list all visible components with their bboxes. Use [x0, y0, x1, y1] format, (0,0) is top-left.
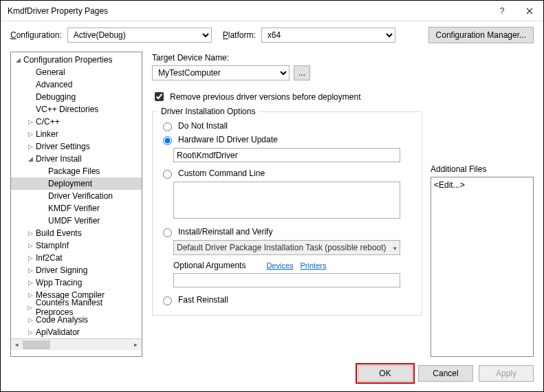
optional-args-input[interactable]	[173, 273, 400, 287]
tree-item-label: UMDF Verifier	[47, 216, 101, 226]
devices-link[interactable]: Devices	[266, 261, 293, 270]
additional-files-listbox[interactable]: <Edit...>	[431, 177, 534, 357]
scroll-right-icon[interactable]: ▸	[130, 339, 142, 351]
tree-item-build-events[interactable]: ▷Build Events	[11, 227, 142, 239]
cancel-button[interactable]: Cancel	[418, 365, 473, 382]
tree-item-linker[interactable]: ▷Linker	[11, 128, 142, 140]
tree-root-label: Configuration Properties	[22, 55, 113, 65]
driver-install-legend: Driver Installation Options	[158, 107, 258, 116]
dialog-window: KmdfDriver Property Pages ? Configuratio…	[0, 0, 544, 392]
tree-item-label: Driver Verification	[47, 191, 114, 201]
tree-item-package-files[interactable]: Package Files	[11, 165, 142, 177]
apply-button[interactable]: Apply	[479, 365, 534, 382]
tree-item-deployment[interactable]: Deployment	[11, 177, 142, 190]
tree-item-driver-settings[interactable]: ▷Driver Settings	[11, 140, 142, 153]
remove-previous-checkbox[interactable]	[155, 92, 164, 101]
arrow-right-icon: ▷	[26, 118, 34, 125]
tree: ◢ Configuration Properties GeneralAdvanc…	[11, 54, 142, 338]
radio-install-verify-label: Install/Reinstall and Verify	[178, 227, 272, 237]
browse-target-button[interactable]: ...	[294, 65, 310, 80]
tree-item-driver-install[interactable]: ◢Driver Install	[11, 153, 142, 165]
tree-item-debugging[interactable]: Debugging	[11, 91, 142, 103]
radio-hwid-label: Hardware ID Driver Update	[178, 135, 278, 144]
radio-hwid-row[interactable]: Hardware ID Driver Update	[160, 134, 415, 145]
tree-root[interactable]: ◢ Configuration Properties	[11, 54, 142, 66]
help-button[interactable]: ?	[488, 1, 516, 21]
tree-item-c-c-[interactable]: ▷C/C++	[11, 116, 142, 128]
tree-item-advanced[interactable]: Advanced	[11, 78, 142, 91]
remove-previous-label: Remove previous driver versions before d…	[170, 92, 360, 102]
tree-horizontal-scrollbar[interactable]: ◂ ▸	[11, 338, 142, 350]
hwid-input[interactable]	[173, 148, 400, 162]
arrow-right-icon: ▷	[26, 131, 34, 138]
ok-button[interactable]: OK	[358, 365, 413, 382]
tree-item-label: Advanced	[34, 80, 74, 89]
additional-files-edit[interactable]: <Edit...>	[434, 180, 465, 190]
arrow-right-icon: ▷	[26, 329, 34, 336]
radio-install-verify-row[interactable]: Install/Reinstall and Verify	[160, 226, 415, 237]
radio-do-not-install-label: Do Not Install	[178, 121, 228, 131]
radio-custom-row[interactable]: Custom Command Line	[160, 168, 415, 179]
optional-args-label: Optional Arguments	[173, 261, 246, 270]
radio-do-not-install-row[interactable]: Do Not Install	[160, 120, 415, 131]
tree-item-label: Inf2Cat	[34, 253, 64, 263]
tree-item-wpp-tracing[interactable]: ▷Wpp Tracing	[11, 276, 142, 289]
tree-item-label: Code Analysis	[34, 315, 89, 325]
radio-custom[interactable]	[163, 170, 172, 179]
tree-item-label: Linker	[34, 129, 60, 139]
tree-item-label: VC++ Directories	[34, 105, 100, 114]
install-task-select[interactable]: Default Driver Package Installation Task…	[173, 240, 400, 255]
scroll-thumb[interactable]	[23, 340, 50, 349]
arrow-right-icon: ▷	[26, 292, 34, 298]
tree-item-umdf-verifier[interactable]: UMDF Verifier	[11, 215, 142, 227]
target-device-select[interactable]: MyTestComputer	[152, 65, 290, 80]
tree-panel[interactable]: ◢ Configuration Properties GeneralAdvanc…	[10, 52, 142, 357]
arrow-right-icon: ▷	[26, 304, 34, 311]
platform-label: Platform:	[223, 30, 256, 40]
tree-item-label: KMDF Verifier	[47, 204, 101, 213]
close-icon	[526, 8, 533, 14]
tree-item-label: Driver Signing	[34, 265, 89, 275]
tree-item-kmdf-verifier[interactable]: KMDF Verifier	[11, 202, 142, 215]
radio-fast-reinstall-row[interactable]: Fast Reinstall	[160, 294, 415, 305]
scroll-left-icon[interactable]: ◂	[11, 339, 23, 351]
arrow-right-icon: ▷	[26, 254, 34, 261]
additional-files-label: Additional Files	[431, 164, 534, 174]
tree-item-label: ApiValidator	[34, 327, 81, 337]
install-task-value: Default Driver Package Installation Task…	[177, 243, 387, 252]
chevron-down-icon	[393, 243, 397, 252]
radio-fast-reinstall-label: Fast Reinstall	[178, 295, 228, 305]
tree-item-counters-manifest-preproces[interactable]: ▷Counters Manifest Preproces	[11, 301, 142, 314]
arrow-right-icon: ▷	[26, 230, 34, 237]
radio-fast-reinstall[interactable]	[163, 296, 172, 305]
tree-item-inf2cat[interactable]: ▷Inf2Cat	[11, 252, 142, 264]
radio-install-verify[interactable]	[163, 228, 172, 237]
tree-item-stampinf[interactable]: ▷StampInf	[11, 239, 142, 252]
tree-item-label: Wpp Tracing	[34, 278, 83, 287]
platform-select[interactable]: x64	[261, 28, 395, 43]
configuration-select[interactable]: Active(Debug)	[67, 28, 212, 43]
target-device-label: Target Device Name:	[152, 53, 422, 63]
printers-link[interactable]: Printers	[301, 261, 327, 270]
custom-cmd-textarea[interactable]	[173, 182, 400, 219]
tree-item-vc-directories[interactable]: VC++ Directories	[11, 103, 142, 116]
remove-previous-checkbox-row[interactable]: Remove previous driver versions before d…	[152, 90, 422, 103]
close-button[interactable]	[516, 1, 543, 21]
tree-item-label: Driver Install	[34, 154, 83, 164]
arrow-right-icon: ▷	[26, 279, 34, 286]
configuration-label: Configuration:	[10, 30, 62, 40]
tree-item-label: Package Files	[47, 166, 101, 176]
radio-do-not-install[interactable]	[163, 122, 172, 131]
tree-item-general[interactable]: General	[11, 66, 142, 78]
arrow-down-icon: ◢	[14, 56, 22, 63]
main-left: Target Device Name: MyTestComputer ... R…	[152, 53, 422, 357]
arrow-right-icon: ▷	[26, 267, 34, 274]
tree-item-driver-verification[interactable]: Driver Verification	[11, 190, 142, 202]
configuration-manager-button[interactable]: Configuration Manager...	[428, 27, 534, 43]
scroll-track[interactable]	[23, 339, 130, 351]
tree-item-apivalidator[interactable]: ▷ApiValidator	[11, 326, 142, 338]
tree-item-driver-signing[interactable]: ▷Driver Signing	[11, 264, 142, 276]
radio-hwid[interactable]	[163, 136, 172, 145]
arrow-down-icon: ◢	[26, 155, 34, 162]
tree-item-label: Build Events	[34, 228, 83, 238]
